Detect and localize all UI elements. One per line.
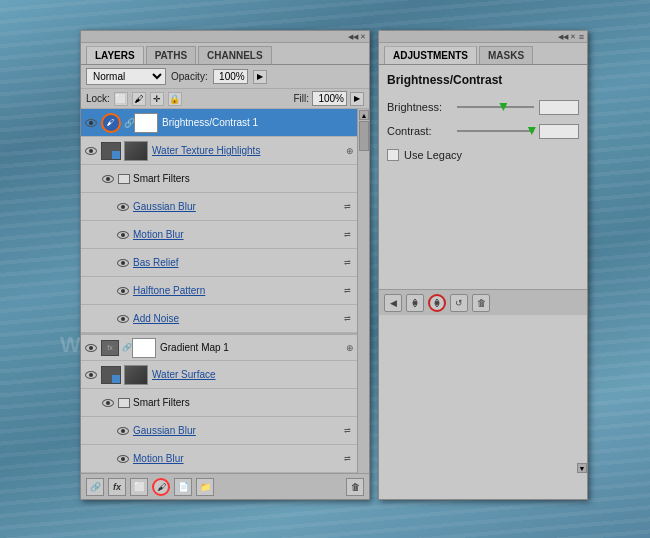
adj-panel-collapse-btn[interactable]: ◀◀	[558, 33, 568, 41]
lock-position-btn[interactable]: ✛	[150, 92, 164, 106]
brush-tool-btn[interactable]: 🖌	[152, 478, 170, 496]
fill-arrow-btn[interactable]: ▶	[350, 92, 364, 106]
eye-visibility-an[interactable]	[116, 312, 130, 326]
layers-scrollbar[interactable]: ▲ ▼	[357, 109, 369, 473]
lock-image-btn[interactable]: 🖌	[132, 92, 146, 106]
layer-row-halftone[interactable]: Halftone Pattern ⇌	[81, 277, 357, 305]
layer-name-g1: Gaussian Blur	[133, 201, 344, 212]
layer-name-an: Add Noise	[133, 313, 344, 324]
eye-visibility-m1[interactable]	[116, 228, 130, 242]
layer-name-hp: Halftone Pattern	[133, 285, 344, 296]
lock-transparent-btn[interactable]: ⬜	[114, 92, 128, 106]
use-legacy-label: Use Legacy	[404, 149, 462, 161]
brightness-label: Brightness:	[387, 101, 452, 113]
layer-thumb-wt	[124, 141, 148, 161]
brightness-input[interactable]: 9	[539, 100, 579, 115]
eye-visibility-g2[interactable]	[116, 424, 130, 438]
eye-visibility-wt[interactable]	[84, 144, 98, 158]
panels-container: ◀◀ ✕ LAYERS PATHS CHANNELS Normal Multip…	[80, 30, 588, 500]
tab-channels[interactable]: CHANNELS	[198, 46, 272, 64]
filter-arrow-g1: ⇌	[344, 202, 351, 211]
fx-btn[interactable]: fx	[108, 478, 126, 496]
adj-menu-btn[interactable]: ≡	[579, 32, 584, 42]
svg-point-0	[413, 301, 417, 305]
adj-eye-back-btn[interactable]	[406, 294, 424, 312]
layer-name-gm: Gradient Map 1	[160, 342, 346, 353]
layer-row-bas-relief[interactable]: Bas Relief ⇌	[81, 249, 357, 277]
adj-back-btn[interactable]: ◀	[384, 294, 402, 312]
adj-tabs-bar: ADJUSTMENTS MASKS	[379, 43, 587, 65]
eye-visibility-hp[interactable]	[116, 284, 130, 298]
smart-filter-icon-1	[118, 174, 130, 184]
scroll-up-btn[interactable]: ▲	[359, 110, 369, 120]
layer-row-smart-filters-1[interactable]: Smart Filters	[81, 165, 357, 193]
new-layer-btn[interactable]: 📄	[174, 478, 192, 496]
brightness-slider[interactable]	[457, 99, 534, 115]
filter-arrow-hp: ⇌	[344, 286, 351, 295]
scrollbar-thumb[interactable]	[359, 121, 369, 151]
new-group-btn[interactable]: 📁	[196, 478, 214, 496]
delete-layer-btn[interactable]: 🗑	[346, 478, 364, 496]
link-layers-btn[interactable]: 🔗	[86, 478, 104, 496]
layer-name-bc: Brightness/Contrast 1	[162, 117, 354, 128]
new-fill-btn[interactable]: ⬜	[130, 478, 148, 496]
eye-visibility-m2[interactable]	[116, 452, 130, 466]
panel-collapse-btn[interactable]: ◀◀	[348, 33, 358, 41]
layer-row-water-texture[interactable]: Water Texture Highlights ⊕	[81, 137, 357, 165]
eye-visibility-sf1[interactable]	[101, 172, 115, 186]
contrast-input[interactable]: 100	[539, 124, 579, 139]
eye-visibility-bc[interactable]	[84, 116, 98, 130]
layer-row-add-noise[interactable]: Add Noise ⇌	[81, 305, 357, 333]
layer-row-smart-filters-2[interactable]: Smart Filters	[81, 389, 357, 417]
panel-close-btn[interactable]: ✕	[360, 33, 366, 41]
layer-row-motion-1[interactable]: Motion Blur ⇌	[81, 221, 357, 249]
fill-label: Fill:	[293, 93, 309, 104]
lock-all-btn[interactable]: 🔒	[168, 92, 182, 106]
layers-bottom-toolbar: 🔗 fx ⬜ 🖌 📄 📁 🗑	[81, 473, 369, 499]
tab-masks[interactable]: MASKS	[479, 46, 533, 64]
tab-adjustments[interactable]: ADJUSTMENTS	[384, 46, 477, 64]
adj-visibility-btn[interactable]	[428, 294, 446, 312]
adj-reset-btn[interactable]: ↺	[450, 294, 468, 312]
layer-row-gaussian-2[interactable]: Gaussian Blur ⇌	[81, 417, 357, 445]
blend-mode-select[interactable]: Normal Multiply Screen	[86, 68, 166, 85]
layer-thumb-gm	[132, 338, 156, 358]
adj-panel-top-bar: ◀◀ ✕ ≡	[379, 31, 587, 43]
brightness-track	[457, 106, 534, 108]
tab-paths[interactable]: PATHS	[146, 46, 196, 64]
fill-input[interactable]	[312, 91, 347, 106]
layer-row-gaussian-1[interactable]: Gaussian Blur ⇌	[81, 193, 357, 221]
svg-point-1	[435, 301, 439, 305]
layers-list: 🖌 🔗 Brightness/Contrast 1 Water Textu	[81, 109, 357, 473]
eye-visibility-ws[interactable]	[84, 368, 98, 382]
smart-object-icon-ws	[101, 366, 121, 384]
layer-name-m2: Motion Blur	[133, 453, 344, 464]
layer-row-gradient-map[interactable]: fx 🔗 Gradient Map 1 ⊕	[81, 333, 357, 361]
eye-visibility-sf2[interactable]	[101, 396, 115, 410]
opacity-arrow-btn[interactable]: ▶	[253, 70, 267, 84]
layers-panel: ◀◀ ✕ LAYERS PATHS CHANNELS Normal Multip…	[80, 30, 370, 500]
wt-options: ⊕	[346, 146, 354, 156]
scroll-down-btn[interactable]: ▼	[577, 463, 587, 473]
layers-toolbar: Normal Multiply Screen Opacity: ▶	[81, 65, 369, 89]
adj-panel-close-btn[interactable]: ✕	[570, 33, 576, 41]
opacity-label: Opacity:	[171, 71, 208, 82]
eye-visibility-g1[interactable]	[116, 200, 130, 214]
layer-row-water-surface[interactable]: Water Surface	[81, 361, 357, 389]
tab-layers[interactable]: LAYERS	[86, 46, 144, 64]
contrast-slider[interactable]	[457, 123, 534, 139]
adj-delete-btn[interactable]: 🗑	[472, 294, 490, 312]
layer-name-wt: Water Texture Highlights	[152, 145, 346, 156]
layer-row-brightness-contrast[interactable]: 🖌 🔗 Brightness/Contrast 1	[81, 109, 357, 137]
layer-row-motion-2[interactable]: Motion Blur ⇌	[81, 445, 357, 473]
use-legacy-checkbox[interactable]	[387, 149, 399, 161]
lock-label: Lock:	[86, 93, 110, 104]
eye-visibility-br[interactable]	[116, 256, 130, 270]
layer-thumb-ws	[124, 365, 148, 385]
adjustments-panel: ◀◀ ✕ ≡ ADJUSTMENTS MASKS Brightness/Cont…	[378, 30, 588, 500]
filter-arrow-m1: ⇌	[344, 230, 351, 239]
opacity-input[interactable]	[213, 69, 248, 84]
layer-name-sf2: Smart Filters	[133, 397, 354, 408]
contrast-label: Contrast:	[387, 125, 452, 137]
eye-visibility-gm[interactable]	[84, 341, 98, 355]
